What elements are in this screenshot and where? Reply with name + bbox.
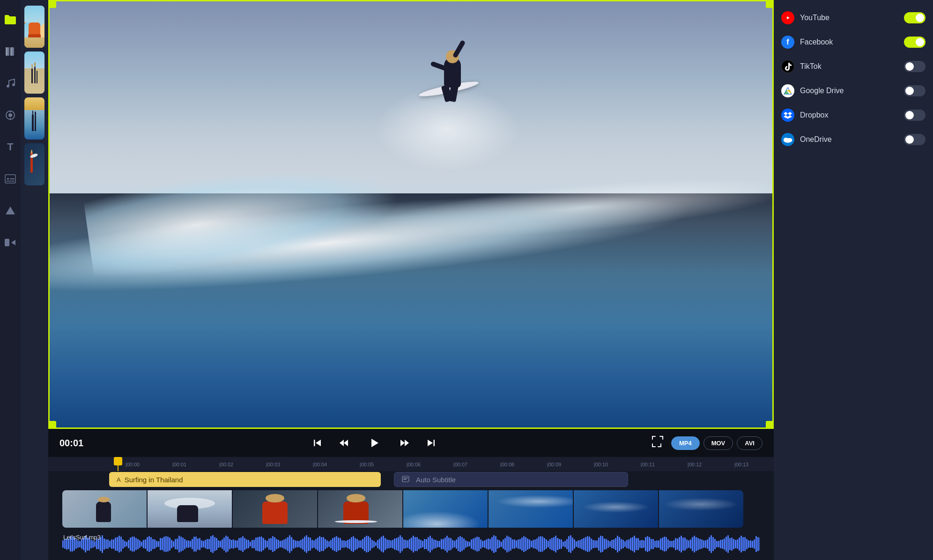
ruler-marks: |00:00 |00:01 |00:02 |00:03 |00:04 |00:0… — [109, 461, 774, 467]
resize-handle-bl[interactable] — [49, 421, 56, 428]
wave-bar — [133, 537, 135, 552]
sidebar-item-text[interactable]: T — [0, 137, 21, 157]
wave-bar — [257, 537, 259, 551]
wave-bar — [208, 539, 210, 549]
svg-marker-36 — [788, 112, 792, 115]
resize-handle-tr[interactable] — [766, 0, 773, 8]
tiktok-toggle[interactable] — [904, 61, 926, 72]
wave-bar — [641, 540, 643, 548]
fullscreen-button[interactable] — [652, 435, 664, 450]
wave-bar — [156, 541, 157, 547]
media-thumb-4[interactable] — [24, 143, 44, 185]
wave-bar — [310, 538, 311, 551]
wave-bar — [504, 538, 506, 550]
format-panel: MP4 MOV AVI — [671, 436, 763, 450]
onedrive-toggle[interactable] — [904, 134, 926, 145]
wave-bar — [383, 536, 384, 553]
wave-bar — [604, 538, 605, 550]
skip-to-start-button[interactable] — [311, 436, 324, 449]
wave-bar — [437, 541, 438, 547]
wave-bar — [615, 538, 616, 551]
platform-left-googledrive: Google Drive — [781, 84, 844, 97]
wave-bar — [117, 537, 118, 551]
wave-bar — [512, 539, 513, 549]
ruler-mark-10: |00:10 — [578, 461, 624, 467]
wave-bar — [379, 538, 380, 550]
wave-bar — [177, 538, 178, 550]
wave-bar — [576, 541, 577, 547]
wave-bar — [147, 537, 148, 552]
sidebar-item-music[interactable] — [0, 73, 21, 94]
svg-point-7 — [8, 113, 12, 117]
media-thumb-1[interactable] — [24, 6, 44, 48]
auto-subtitle-chip[interactable]: Auto Subtitle — [394, 472, 628, 487]
wave-bar — [699, 539, 701, 549]
wave-bar — [274, 537, 275, 551]
wave-bar — [362, 539, 363, 549]
wave-bar — [411, 538, 412, 550]
sidebar-item-shape[interactable] — [0, 200, 21, 221]
title-chip[interactable]: A Surfing in Thailand — [109, 472, 381, 487]
wave-bar — [729, 538, 731, 551]
svg-point-11 — [7, 178, 9, 180]
skip-to-end-button[interactable] — [425, 436, 438, 449]
svg-rect-12 — [10, 178, 15, 179]
wave-bar — [345, 541, 347, 547]
wave-bar — [390, 540, 392, 548]
wave-bar — [214, 537, 215, 551]
sidebar-item-transition[interactable] — [0, 232, 21, 253]
media-thumb-3[interactable] — [24, 97, 44, 140]
svg-rect-2 — [6, 47, 7, 56]
wave-bar — [281, 540, 283, 547]
wave-bar — [712, 537, 714, 551]
wave-bar — [744, 537, 746, 551]
wave-bar — [429, 536, 431, 553]
film-frame-6[interactable] — [489, 490, 573, 528]
wave-bar — [285, 538, 287, 549]
wave-bar — [154, 539, 156, 548]
ruler-mark-5: |00:05 — [343, 461, 390, 467]
sidebar-item-media[interactable] — [0, 9, 21, 30]
wave-bar — [319, 536, 320, 552]
sidebar-item-subtitle[interactable] — [0, 169, 21, 189]
film-frame-2[interactable] — [148, 490, 232, 528]
facebook-toggle[interactable] — [904, 37, 926, 48]
film-frame-8[interactable] — [659, 490, 743, 528]
youtube-toggle[interactable] — [904, 12, 926, 23]
title-chip-text: Surfing in Thailand — [125, 476, 183, 484]
googledrive-toggle[interactable] — [904, 85, 926, 96]
wave-bar — [471, 539, 472, 549]
wave-bar — [727, 535, 729, 553]
film-frame-1[interactable] — [62, 490, 147, 528]
resize-handle-br[interactable] — [766, 421, 773, 428]
wave-bar — [459, 536, 461, 552]
wave-bar — [199, 538, 200, 550]
rewind-button[interactable] — [337, 436, 351, 449]
sidebar-item-library[interactable] — [0, 41, 21, 62]
format-avi-button[interactable]: AVI — [737, 436, 763, 450]
wave-bar — [252, 540, 253, 548]
dropbox-toggle[interactable] — [904, 110, 926, 121]
wave-bar — [534, 539, 536, 549]
playhead[interactable] — [118, 457, 118, 471]
film-frame-3[interactable] — [233, 490, 317, 528]
wave-bar — [137, 539, 139, 550]
film-frame-5[interactable] — [403, 490, 488, 528]
fast-forward-button[interactable] — [398, 436, 412, 449]
format-mp4-button[interactable]: MP4 — [671, 436, 700, 450]
wave-bar — [426, 539, 427, 549]
media-thumb-2[interactable] — [24, 52, 44, 94]
wave-bar — [592, 540, 594, 548]
youtube-label: YouTube — [800, 14, 829, 22]
format-mov-button[interactable]: MOV — [703, 436, 733, 450]
googledrive-icon — [781, 84, 794, 97]
play-button[interactable] — [364, 433, 385, 453]
film-frame-4[interactable] — [318, 490, 402, 528]
wave-bar — [242, 536, 244, 552]
wave-bar — [602, 536, 603, 552]
film-frame-7[interactable] — [574, 490, 658, 528]
platform-row-facebook: f Facebook — [781, 34, 926, 51]
platform-left-tiktok: TikTok — [781, 60, 822, 73]
resize-handle-tl[interactable] — [49, 0, 56, 8]
sidebar-item-filter[interactable] — [0, 105, 21, 125]
